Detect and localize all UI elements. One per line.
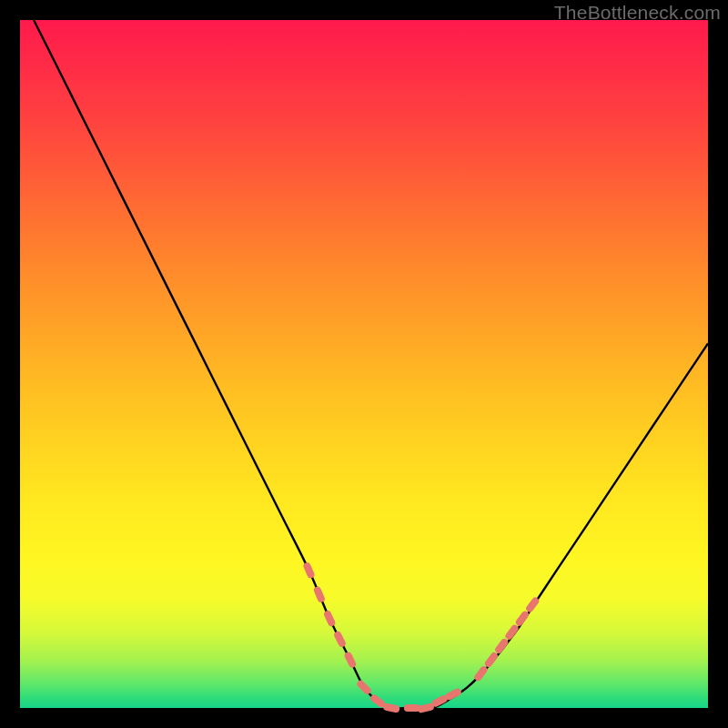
watermark-text: TheBottleneck.com [554, 2, 721, 24]
plot-area [20, 20, 708, 708]
curve-marker [417, 703, 434, 713]
curve-marker [494, 637, 510, 654]
curve-marker [302, 561, 315, 580]
chart-frame: TheBottleneck.com [0, 0, 728, 728]
bottleneck-curve [34, 20, 708, 709]
bottleneck-curve-svg [20, 20, 708, 708]
curve-marker [404, 704, 420, 712]
curve-marker [333, 631, 347, 649]
curve-markers [302, 561, 541, 713]
curve-marker [444, 687, 462, 701]
curve-marker [483, 652, 499, 669]
curve-marker [313, 585, 326, 603]
curve-marker [383, 703, 400, 713]
curve-marker [323, 610, 337, 628]
curve-marker [343, 651, 357, 669]
